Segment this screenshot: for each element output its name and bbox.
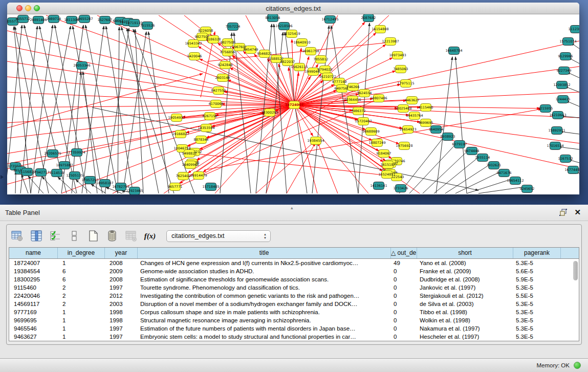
edge[interactable] [478, 187, 525, 193]
table-row[interactable]: 1456911722003Disruption of a novel membe… [9, 300, 579, 308]
selected-edge[interactable] [7, 77, 294, 105]
node[interactable]: 7932621 [487, 162, 502, 169]
node[interactable]: 20891406 [30, 16, 47, 24]
selected-node[interactable]: 9184067 [377, 150, 391, 158]
selected-node[interactable]: 5498821 [182, 150, 197, 158]
edge[interactable] [83, 72, 97, 193]
edge[interactable] [467, 179, 513, 193]
selected-node[interactable]: 19435764 [406, 112, 423, 120]
selected-node[interactable]: 16961758 [302, 48, 319, 55]
selected-node[interactable]: 746266 [347, 83, 360, 91]
selected-node[interactable]: 12213987 [382, 38, 399, 46]
node[interactable]: 9215955 [538, 105, 553, 113]
node[interactable]: 1167533 [558, 155, 573, 163]
selected-node[interactable]: 3624554 [357, 90, 372, 97]
node[interactable]: 1114519 [50, 169, 64, 177]
table-row[interactable]: 946554611997Estimation of the future num… [9, 324, 579, 333]
edge[interactable] [455, 57, 467, 193]
close-panel-icon[interactable]: ✕ [574, 208, 581, 217]
node[interactable]: 15751074 [559, 38, 576, 46]
delete-table-icon[interactable] [105, 229, 119, 243]
memory-ok-led-icon[interactable] [574, 362, 581, 369]
node[interactable]: 17016534 [547, 142, 563, 150]
edge[interactable] [434, 156, 481, 193]
selected-node[interactable]: 9115460 [419, 104, 433, 112]
selected-node[interactable]: 1615187 [381, 161, 396, 169]
selected-edge[interactable] [294, 105, 379, 151]
node[interactable]: 4055712 [16, 15, 31, 23]
table-row[interactable]: 1938455462009Genome-wide association stu… [9, 267, 579, 275]
selected-node[interactable]: 7485063 [394, 65, 408, 73]
selected-node[interactable]: 16914479 [190, 172, 207, 180]
node[interactable]: 9245652 [520, 185, 535, 193]
node[interactable]: 15718485 [202, 183, 219, 191]
network-window-titlebar[interactable]: citations_edges.txt [7, 3, 579, 14]
node[interactable]: 9474444 [465, 147, 480, 155]
selected-node[interactable]: 1420046 [187, 53, 202, 60]
edge[interactable] [82, 26, 104, 193]
node[interactable]: 8471676 [497, 169, 512, 177]
selected-node[interactable]: 6794023 [318, 66, 333, 74]
selected-node[interactable]: 18640910 [293, 39, 310, 47]
node[interactable]: 8813054 [266, 14, 280, 22]
edge[interactable] [285, 32, 307, 193]
table-settings-icon[interactable] [11, 229, 24, 243]
edge[interactable] [127, 28, 159, 193]
table-selector-dropdown[interactable]: citations_edges.txt ▲▼ [166, 230, 271, 242]
node[interactable]: 1244415 [556, 96, 571, 103]
selected-node[interactable]: 17975115 [397, 80, 414, 87]
node[interactable]: 2989714 [47, 15, 61, 23]
table-row[interactable]: 977716911998Corpus callosum shape and si… [9, 308, 579, 316]
selected-edge[interactable] [46, 15, 294, 105]
node[interactable]: 1112304 [569, 26, 579, 33]
node[interactable]: 16712455 [321, 16, 338, 24]
node[interactable]: 9129966 [558, 53, 573, 60]
selected-edge[interactable] [292, 39, 294, 105]
selected-node[interactable]: 4170064 [209, 100, 224, 108]
node[interactable]: 10958107 [96, 180, 113, 187]
column-header-in_degree[interactable]: in_degree [58, 248, 105, 258]
edge[interactable] [118, 27, 119, 193]
node[interactable]: 17359924 [68, 149, 85, 157]
column-header-pagerank[interactable]: pagerank [513, 248, 561, 258]
node[interactable]: 16648784 [445, 47, 462, 55]
selected-node[interactable]: 10688609 [362, 128, 379, 136]
node[interactable]: 15892971 [548, 127, 565, 135]
function-builder-icon[interactable]: f(x) [143, 229, 157, 243]
splitter-grip-icon[interactable]: ▴ [291, 205, 294, 210]
column-header-title[interactable]: title [138, 248, 391, 258]
edge[interactable] [42, 177, 57, 193]
selected-edge[interactable] [215, 105, 294, 193]
selected-node[interactable]: 8427552 [211, 87, 226, 95]
column-header-year[interactable]: year [105, 248, 138, 258]
selected-node[interactable]: 16154808 [372, 26, 388, 33]
selected-node[interactable]: 9657771 [168, 183, 183, 191]
selected-node[interactable]: 8454749 [244, 46, 258, 54]
node[interactable]: 16774451 [564, 166, 579, 174]
node[interactable]: 14136141 [370, 182, 387, 190]
edge[interactable] [21, 174, 28, 193]
table-row[interactable]: 1830029562008Estimation of significance … [9, 275, 579, 283]
selected-node[interactable]: 19054932 [168, 114, 185, 122]
selected-edge[interactable] [7, 105, 294, 107]
selected-node[interactable]: 10025488 [395, 105, 411, 113]
selected-edge[interactable] [294, 48, 301, 105]
selected-node[interactable]: 8756856 [221, 49, 235, 56]
selected-edge[interactable] [294, 41, 579, 105]
selected-node[interactable]: 7855812 [314, 56, 329, 63]
node[interactable]: 19218506 [275, 23, 292, 30]
edge[interactable] [123, 32, 146, 193]
selected-node[interactable]: 8186328 [206, 36, 221, 43]
selected-node[interactable]: 2603144 [215, 74, 230, 82]
network-canvas[interactable]: 2055712405571220891406298971418113041065… [7, 14, 579, 194]
node[interactable]: 6379197 [452, 141, 467, 148]
column-header-out_de[interactable]: △ out_de… [391, 248, 417, 258]
selected-node[interactable]: 19756928 [396, 142, 412, 150]
table-row[interactable]: 969969511998Structural magnetic resonanc… [9, 316, 579, 324]
selected-node[interactable]: 9242844 [218, 61, 233, 69]
column-header-name[interactable]: name [9, 248, 58, 258]
selected-node[interactable]: 7625402 [176, 172, 191, 180]
node[interactable]: 1640954 [429, 126, 444, 134]
node[interactable]: 12505135 [66, 172, 83, 180]
edge[interactable] [31, 25, 53, 193]
